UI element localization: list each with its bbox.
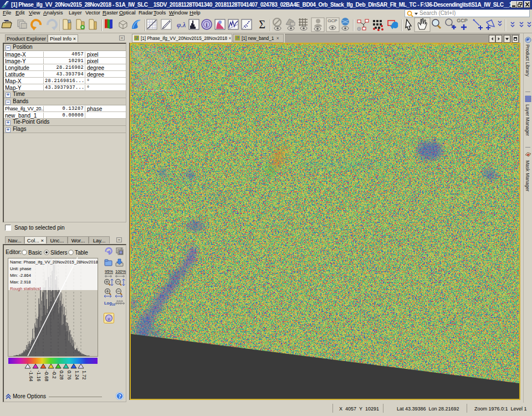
svg-text:Rough statistics!: Rough statistics! xyxy=(10,286,41,291)
svg-text:φ.λ: φ.λ xyxy=(177,21,186,29)
svg-text:Name: Phase_ifg_VV_20Nov2015_2: Name: Phase_ifg_VV_20Nov2015_28Nov2018 xyxy=(10,260,98,265)
svg-text:Unit: phase: Unit: phase xyxy=(10,266,31,271)
svg-text:-0.2: -0.2 xyxy=(52,371,57,379)
svg-text:Σ: Σ xyxy=(259,18,265,31)
svg-text:1.24: 1.24 xyxy=(74,371,80,380)
svg-text:GCP: GCP xyxy=(457,18,468,23)
svg-text:Min: -2.864: Min: -2.864 xyxy=(10,273,31,278)
svg-text:i: i xyxy=(206,22,208,28)
svg-text:0.76: 0.76 xyxy=(66,371,72,380)
svg-text:-1.16: -1.16 xyxy=(36,371,42,382)
svg-text:?: ? xyxy=(119,393,121,399)
svg-text:95%: 95% xyxy=(105,269,113,274)
svg-text:Log10: Log10 xyxy=(104,301,115,306)
svg-text:0.28: 0.28 xyxy=(59,371,64,380)
svg-text:GCP: GCP xyxy=(328,18,337,23)
svg-text:-0.68: -0.68 xyxy=(44,371,49,382)
svg-text:1.72: 1.72 xyxy=(81,371,87,380)
svg-text:Max: 2.918: Max: 2.918 xyxy=(10,280,31,285)
svg-text:-1.64: -1.64 xyxy=(28,371,34,382)
svg-text:100%: 100% xyxy=(115,269,126,274)
svg-text:φ: φ xyxy=(108,316,110,321)
